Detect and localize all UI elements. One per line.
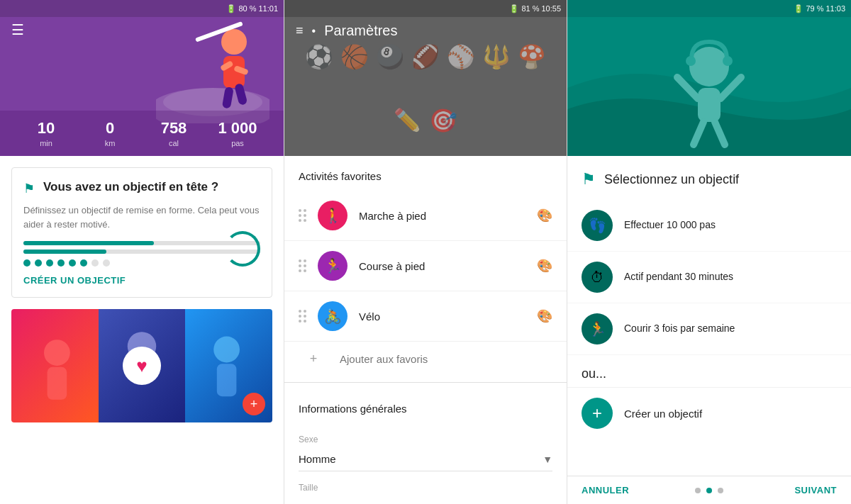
battery-percent-2: 81 %	[521, 4, 539, 13]
run-label: Courir 3 fois par semaine	[624, 322, 735, 336]
runner-illustration	[156, 17, 269, 123]
activity-item-velo[interactable]: 🚴 Vélo 🎨	[284, 291, 567, 342]
stats-bar: 10 min 0 km 758 cal 1 000 pas	[0, 111, 284, 156]
panel1-status-bar: 🔋 80 % 11:01	[0, 0, 284, 17]
create-label: Créer un objectif	[624, 408, 702, 420]
stat-min: 10 min	[14, 119, 78, 147]
panel1-content: ⚑ Vous avez un objectif en tête ? Défini…	[0, 156, 284, 504]
taille-label: Taille	[299, 483, 552, 493]
objective-option-steps[interactable]: 👣 Effectuer 10 000 pas	[567, 200, 851, 252]
select-objective-header: ⚑ Sélectionnez un objectif	[567, 156, 851, 200]
create-plus-icon: +	[582, 398, 613, 429]
battery-icon-3: 🔋	[794, 4, 803, 13]
dot-1	[695, 488, 701, 493]
next-button[interactable]: SUIVANT	[723, 485, 837, 495]
svg-point-12	[213, 337, 240, 363]
objective-option-run[interactable]: 🏃 Courir 3 fois par semaine	[567, 303, 851, 355]
timer-icon: ⏱	[590, 269, 604, 286]
plus-icon: +	[299, 352, 328, 366]
run-icon: 🏃	[589, 320, 606, 337]
objective-description: Définissez un objectif de remise en form…	[23, 203, 260, 231]
svg-point-2	[221, 29, 247, 55]
course-icon: 🏃	[318, 251, 347, 281]
panel1-header: 🔋 80 % 11:01 ☰ 10 min	[0, 0, 284, 156]
course-label: Course à pied	[359, 260, 525, 272]
create-objective-link[interactable]: CRÉER UN OBJECTIF	[23, 275, 260, 286]
section-favorites-title: Activités favorites	[284, 156, 567, 191]
svg-point-9	[44, 340, 70, 366]
velo-icon: 🚴	[318, 301, 347, 331]
stat-pas: 1 000 pas	[206, 119, 269, 147]
battery-percent: 80 %	[238, 4, 256, 13]
hamburger-menu-icon[interactable]: ☰	[11, 21, 24, 38]
svg-rect-10	[48, 367, 67, 400]
flag-icon: ⚑	[23, 181, 35, 196]
footsteps-icon: 👣	[589, 217, 606, 234]
drag-handle[interactable]	[299, 209, 306, 222]
run-icon-circle: 🏃	[582, 313, 613, 345]
panel3-content: ⚑ Sélectionnez un objectif 👣 Effectuer 1…	[567, 156, 851, 476]
objective-card: ⚑ Vous avez un objectif en tête ? Défini…	[11, 167, 272, 298]
dot-3	[718, 488, 723, 493]
marche-icon: 🚶	[318, 201, 347, 230]
panel-fitness-home: 🔋 80 % 11:01 ☰ 10 min	[0, 0, 284, 504]
timer-icon-circle: ⏱	[582, 262, 613, 293]
dot-2	[706, 488, 712, 493]
stat-cal: 758 cal	[142, 119, 206, 147]
palette-icon[interactable]: 🎨	[537, 208, 552, 223]
svg-point-14	[689, 47, 729, 86]
add-activity-label: Ajouter aux favoris	[340, 353, 428, 365]
palette-icon-3[interactable]: 🎨	[537, 308, 552, 324]
time-display-3: 11:03	[825, 4, 845, 13]
progress-bars	[23, 241, 260, 267]
general-info: Sexe Homme ▼ Taille	[284, 435, 567, 493]
activity-item-marche[interactable]: 🚶 Marche à pied 🎨	[284, 191, 567, 241]
heart-icon: ♥	[123, 347, 161, 385]
sports-background: ⚽ 🏀 🎱 🏈 ⚾ 🔱 🍄 ✏️ 🎯	[284, 21, 567, 156]
sexe-select[interactable]: Homme ▼	[299, 447, 552, 471]
drag-handle-3[interactable]	[299, 310, 306, 323]
panel2-status-bar: 🔋 81 % 10:55	[284, 0, 567, 17]
panel3-header: 🔋 79 % 11:03	[567, 0, 851, 156]
time-display: 11:01	[258, 4, 278, 13]
add-button[interactable]: +	[243, 393, 265, 415]
objective-option-active[interactable]: ⏱ Actif pendant 30 minutes	[567, 252, 851, 303]
marche-label: Marche à pied	[359, 210, 525, 222]
palette-icon-2[interactable]: 🎨	[537, 258, 552, 274]
section-divider	[284, 382, 567, 383]
steps-icon-circle: 👣	[582, 210, 613, 241]
ou-text: ou...	[567, 355, 851, 387]
battery-percent-3: 79 %	[806, 4, 823, 13]
progress-dots	[23, 259, 110, 267]
panel3-footer: ANNULER SUIVANT	[567, 476, 851, 504]
panel-select-objective: 🔋 79 % 11:03 ⚑	[567, 0, 851, 504]
health-card[interactable]: ♥ +	[11, 309, 272, 422]
svg-point-15	[686, 56, 696, 66]
drag-handle-2[interactable]	[299, 259, 306, 272]
section-general-title: Informations générales	[284, 388, 567, 423]
svg-point-16	[723, 56, 733, 66]
pagination-dots	[695, 488, 723, 493]
velo-label: Vélo	[359, 310, 525, 323]
cancel-button[interactable]: ANNULER	[582, 485, 695, 495]
create-objective-btn[interactable]: + Créer un objectif	[567, 387, 851, 439]
sexe-value: Homme	[299, 453, 336, 465]
add-activity-row[interactable]: + Ajouter aux favoris	[284, 342, 567, 376]
sexe-label: Sexe	[299, 435, 552, 444]
teal-illustration	[567, 17, 851, 156]
progress-circle	[225, 231, 260, 267]
battery-icon: 🔋	[226, 4, 236, 13]
panel3-status-bar: 🔋 79 % 11:03	[567, 0, 851, 17]
stat-km: 0 km	[78, 119, 142, 147]
time-display-2: 10:55	[541, 4, 561, 13]
steps-label: Effectuer 10 000 pas	[624, 218, 716, 233]
select-title: Sélectionnez un objectif	[604, 172, 739, 187]
svg-rect-13	[217, 364, 237, 396]
activity-item-course[interactable]: 🏃 Course à pied 🎨	[284, 241, 567, 291]
objective-title: Vous avez un objectif en tête ?	[43, 179, 218, 195]
panel-parametres: 🔋 81 % 10:55 ⚽ 🏀 🎱 🏈 ⚾ 🔱 🍄 ✏️ 🎯 ≡ • Para…	[284, 0, 567, 504]
active-label: Actif pendant 30 minutes	[624, 270, 733, 284]
battery-icon-2: 🔋	[509, 4, 519, 13]
select-flag-icon: ⚑	[582, 170, 596, 189]
panel2-header: 🔋 81 % 10:55 ⚽ 🏀 🎱 🏈 ⚾ 🔱 🍄 ✏️ 🎯 ≡ • Para…	[284, 0, 567, 156]
